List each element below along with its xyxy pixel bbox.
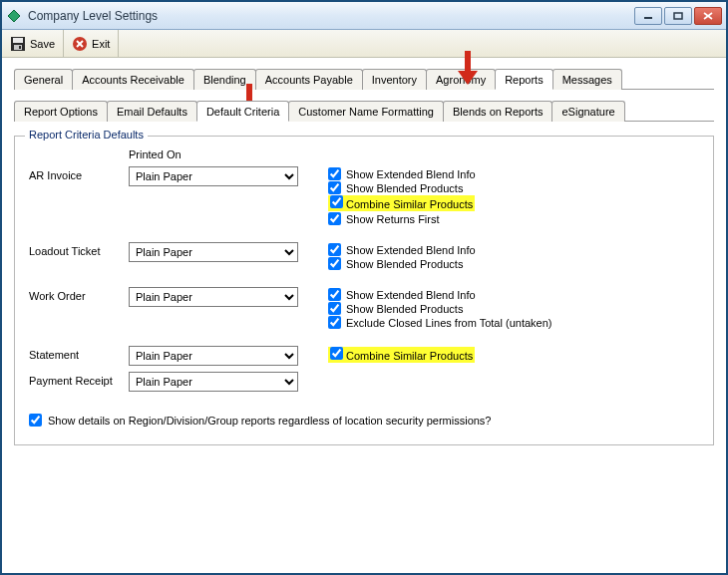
main-tab-accounts-receivable[interactable]: Accounts Receivable [72, 69, 194, 90]
save-button[interactable]: Save [2, 30, 64, 57]
checkbox[interactable] [328, 257, 341, 270]
footer-check-label: Show details on Region/Division/Group re… [48, 415, 492, 427]
checkbox[interactable] [330, 195, 343, 208]
groupbox-legend: Report Criteria Defaults [25, 129, 148, 141]
row-loadout-ticket: Loadout TicketPlain PaperShow Extended B… [29, 242, 699, 271]
check-label: Show Returns First [346, 213, 440, 225]
loadout-ticket-label: Loadout Ticket [29, 242, 129, 257]
maximize-button[interactable] [664, 7, 692, 25]
checkbox[interactable] [328, 302, 341, 315]
main-tab-messages[interactable]: Messages [552, 69, 622, 90]
main-tab-accounts-payable[interactable]: Accounts Payable [255, 69, 363, 90]
main-tab-inventory[interactable]: Inventory [362, 69, 427, 90]
checkbox[interactable] [328, 243, 341, 256]
footer-check-row: Show details on Region/Division/Group re… [29, 414, 699, 427]
statement-label: Statement [29, 346, 129, 361]
check-label: Combine Similar Products [346, 350, 473, 362]
printed-on-header: Printed On [29, 148, 699, 160]
checkbox[interactable] [328, 181, 341, 194]
printed-on-label: Printed On [129, 148, 298, 160]
check-label: Show Blended Products [346, 182, 463, 194]
payment-receipt-select[interactable]: Plain Paper [129, 372, 298, 392]
check-label: Show Blended Products [346, 258, 463, 270]
row-statement: StatementPlain Paper Combine Similar Pro… [29, 346, 699, 366]
svg-marker-0 [8, 10, 20, 22]
check-label: Exclude Closed Lines from Total (untaken… [346, 317, 551, 329]
payment-receipt-label: Payment Receipt [29, 372, 129, 387]
check-item: Combine Similar Products [328, 347, 699, 363]
check-item: Show Blended Products [328, 302, 699, 315]
ar-invoice-label: AR Invoice [29, 166, 129, 181]
title-bar: Company Level Settings [2, 2, 726, 30]
check-item: Show Blended Products [328, 181, 699, 194]
minimize-button[interactable] [634, 7, 662, 25]
sub-tab-customer-name-formatting[interactable]: Customer Name Formatting [288, 101, 444, 122]
check-label: Show Extended Blend Info [346, 289, 476, 301]
window-title: Company Level Settings [28, 9, 634, 23]
sub-tab-blends-on-reports[interactable]: Blends on Reports [443, 101, 553, 122]
main-tab-reports[interactable]: Reports [495, 69, 553, 90]
exit-button[interactable]: Exit [64, 30, 119, 57]
sub-tab-esignature[interactable]: eSignature [551, 101, 624, 122]
check-label: Combine Similar Products [346, 198, 473, 210]
main-tab-general[interactable]: General [14, 69, 73, 90]
svg-rect-2 [674, 13, 682, 19]
sub-tab-default-criteria[interactable]: Default Criteria [196, 101, 289, 122]
main-tab-blending[interactable]: Blending [193, 69, 256, 90]
exit-icon [72, 36, 88, 52]
save-icon [10, 36, 26, 52]
check-label: Show Extended Blend Info [346, 168, 476, 180]
check-item: Show Extended Blend Info [328, 288, 699, 301]
check-item: Show Extended Blend Info [328, 167, 699, 180]
checkbox[interactable] [328, 167, 341, 180]
statement-select[interactable]: Plain Paper [129, 346, 298, 366]
toolbar: Save Exit [2, 30, 726, 58]
row-payment-receipt: Payment ReceiptPlain Paper [29, 372, 699, 392]
check-label: Show Extended Blend Info [346, 244, 476, 256]
svg-rect-8 [19, 46, 21, 49]
check-item: Combine Similar Products [328, 195, 699, 211]
footer-checkbox[interactable] [29, 414, 42, 427]
checkbox[interactable] [328, 316, 341, 329]
save-label: Save [30, 38, 55, 50]
check-item: Exclude Closed Lines from Total (untaken… [328, 316, 699, 329]
main-tabstrip: GeneralAccounts ReceivableBlendingAccoun… [14, 68, 714, 90]
close-button[interactable] [694, 7, 722, 25]
sub-tab-report-options[interactable]: Report Options [14, 101, 108, 122]
work-order-select[interactable]: Plain Paper [129, 287, 298, 307]
row-work-order: Work OrderPlain PaperShow Extended Blend… [29, 287, 699, 330]
sub-tab-email-defaults[interactable]: Email Defaults [107, 101, 197, 122]
svg-rect-6 [13, 38, 23, 43]
checkbox[interactable] [328, 288, 341, 301]
check-item: Show Extended Blend Info [328, 243, 699, 256]
check-item: Show Returns First [328, 212, 699, 225]
check-label: Show Blended Products [346, 303, 463, 315]
app-icon [6, 8, 22, 24]
checkbox[interactable] [330, 347, 343, 360]
check-item: Show Blended Products [328, 257, 699, 270]
ar-invoice-select[interactable]: Plain Paper [129, 166, 298, 186]
work-order-label: Work Order [29, 287, 129, 302]
report-criteria-groupbox: Report Criteria Defaults Printed On AR I… [14, 136, 714, 445]
main-tab-agronomy[interactable]: Agronomy [426, 69, 496, 90]
row-ar-invoice: AR InvoicePlain PaperShow Extended Blend… [29, 166, 699, 226]
exit-label: Exit [92, 38, 110, 50]
checkbox[interactable] [328, 212, 341, 225]
loadout-ticket-select[interactable]: Plain Paper [129, 242, 298, 262]
sub-tabstrip: Report OptionsEmail DefaultsDefault Crit… [14, 100, 714, 122]
